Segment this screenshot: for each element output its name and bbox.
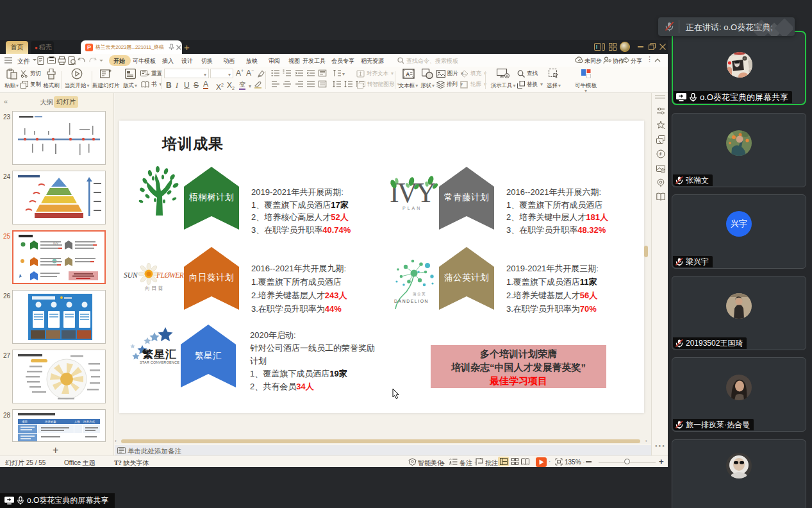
svg-text:A: A xyxy=(406,71,410,78)
svg-text:DANDELION: DANDELION xyxy=(394,299,429,303)
svg-text:FLØWER: FLØWER xyxy=(156,271,184,279)
svg-text:培养对象: 培养对象 xyxy=(44,420,57,423)
svg-text:蒲 公 英: 蒲 公 英 xyxy=(413,292,426,296)
svg-text:PLAN: PLAN xyxy=(402,206,422,210)
svg-text:SUN: SUN xyxy=(124,271,138,279)
svg-text:向 日 葵: 向 日 葵 xyxy=(145,285,163,291)
svg-text:繁星汇: 繁星汇 xyxy=(142,348,177,360)
svg-text:STAR CONVERGENCE: STAR CONVERGENCE xyxy=(140,360,179,364)
svg-text:项目: 项目 xyxy=(22,420,28,423)
svg-text:?: ? xyxy=(659,153,662,157)
svg-text:培养方式: 培养方式 xyxy=(83,420,95,423)
svg-text:人数: 人数 xyxy=(74,420,81,423)
